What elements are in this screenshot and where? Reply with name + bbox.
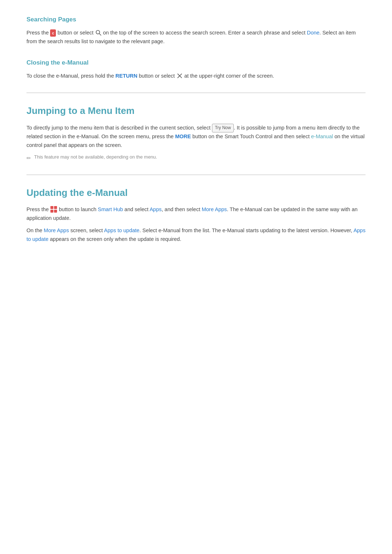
svg-rect-6 <box>50 210 53 213</box>
note-row: ✏ This feature may not be available, dep… <box>26 153 366 163</box>
closing-emanual-title: Closing the e-Manual <box>26 58 366 67</box>
try-now-badge[interactable]: Try Now <box>212 124 234 132</box>
more-link[interactable]: MORE <box>175 134 191 139</box>
closing-emanual-section: Closing the e-Manual To close the e-Manu… <box>26 58 366 81</box>
hub-icon <box>50 206 57 213</box>
updating-emanual-paragraph-2: On the More Apps screen, select Apps to … <box>26 226 366 244</box>
svg-point-0 <box>96 30 99 34</box>
pencil-icon: ✏ <box>26 154 31 163</box>
smart-hub-link[interactable]: Smart Hub <box>98 206 123 212</box>
done-link[interactable]: Done <box>307 30 319 36</box>
return-link[interactable]: RETURN <box>115 73 137 79</box>
svg-rect-5 <box>54 206 57 209</box>
jumping-menu-title: Jumping to a Menu Item <box>26 93 366 119</box>
apps-link-1[interactable]: Apps <box>150 206 162 212</box>
svg-line-1 <box>99 34 101 36</box>
updating-emanual-paragraph-1: Press the button to launch Smart Hub and… <box>26 205 366 223</box>
searching-pages-title: Searching Pages <box>26 15 366 24</box>
close-icon <box>176 73 183 79</box>
svg-rect-7 <box>54 210 57 213</box>
svg-rect-4 <box>50 206 53 209</box>
more-apps-link-2[interactable]: More Apps <box>44 227 69 233</box>
updating-emanual-section: Updating the e-Manual Press the button t… <box>26 174 366 244</box>
updating-emanual-title: Updating the e-Manual <box>26 175 366 201</box>
more-apps-link-1[interactable]: More Apps <box>202 206 227 212</box>
apps-to-update-link-2[interactable]: Apps to update <box>26 227 366 242</box>
c-button-icon: c <box>50 29 56 37</box>
closing-emanual-paragraph: To close the e-Manual, press hold the RE… <box>26 72 366 81</box>
apps-to-update-link-1[interactable]: Apps to update <box>104 227 140 233</box>
jumping-menu-paragraph: To directly jump to the menu item that i… <box>26 124 366 150</box>
note-text: This feature may not be available, depen… <box>34 153 157 161</box>
searching-pages-paragraph: Press the c button or select on the top … <box>26 29 366 46</box>
searching-pages-section: Searching Pages Press the c button or se… <box>26 15 366 46</box>
search-icon <box>95 29 102 36</box>
jumping-menu-section: Jumping to a Menu Item To directly jump … <box>26 92 366 163</box>
emanual-link[interactable]: e-Manual <box>311 134 333 139</box>
